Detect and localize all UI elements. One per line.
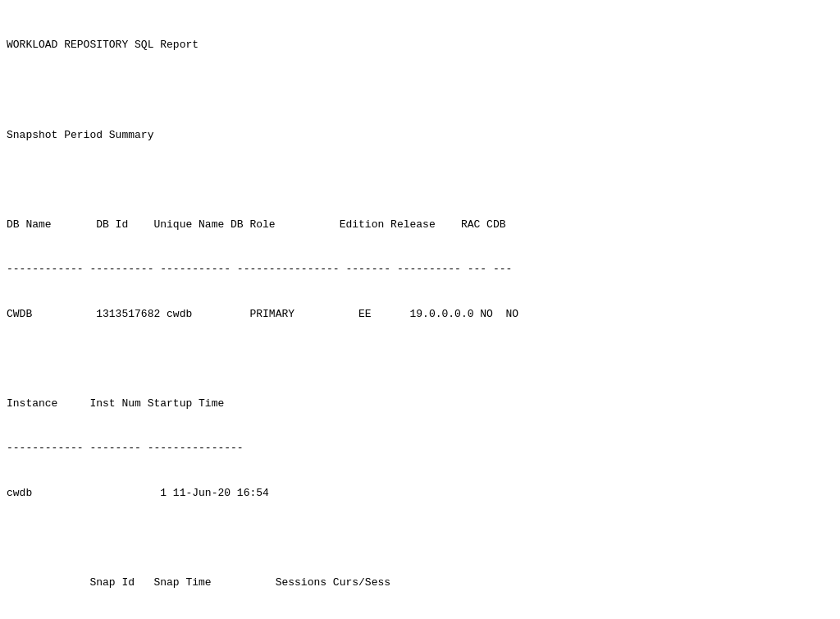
table2-row: cwdb 1 11-Jun-20 16:54: [7, 486, 833, 501]
blank-line: [7, 351, 833, 366]
blank-line: [7, 172, 833, 187]
table2-separator: ------------ -------- ---------------: [7, 441, 833, 456]
report-container: WORKLOAD REPOSITORY SQL Report Snapshot …: [7, 8, 833, 619]
report-title: WORKLOAD REPOSITORY SQL Report: [7, 38, 833, 53]
blank-line: [7, 83, 833, 98]
table1-columns: DB Name DB Id Unique Name DB Role Editio…: [7, 218, 833, 232]
table2-columns: Instance Inst Num Startup Time: [7, 397, 833, 411]
table1-row: CWDB 1313517682 cwdb PRIMARY EE 19.0.0.0…: [7, 307, 833, 322]
table1-separator: ------------ ---------- ----------- ----…: [7, 262, 833, 277]
section1-header: Snapshot Period Summary: [7, 128, 833, 143]
table3-columns: Snap Id Snap Time Sessions Curs/Sess: [7, 575, 833, 590]
blank-line: [7, 531, 833, 546]
